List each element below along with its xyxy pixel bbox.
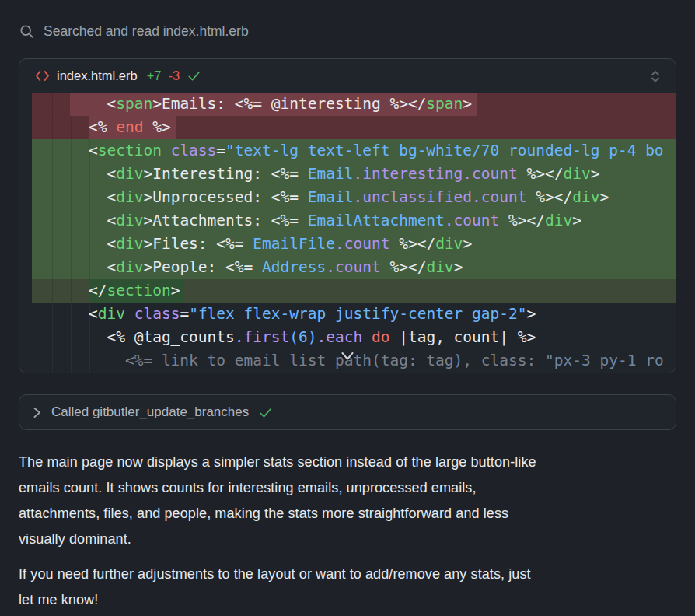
- diff-change-highlight: <% end %>: [89, 116, 176, 139]
- tool-use-label: Searched and read index.html.erb: [44, 23, 249, 40]
- code-line: <div>Attachments: <%= EmailAttachment.co…: [32, 209, 676, 233]
- code-token: tag: tag: [381, 352, 454, 369]
- diff-deletions: -3: [168, 68, 180, 83]
- code-token: >: [171, 282, 180, 299]
- code-token: div: [545, 212, 572, 229]
- code-token: =: [180, 305, 189, 323]
- code-line: <div>Files: <%= EmailFile.count %></div>: [32, 233, 676, 256]
- code-token: <: [52, 188, 116, 206]
- code-token: <%: [89, 118, 116, 136]
- code-line: </section>: [32, 279, 676, 303]
- code-token: <: [52, 142, 98, 159]
- code-token: "px-3 py-1 ro: [545, 352, 664, 369]
- code-token: >Files: <%=: [143, 235, 253, 253]
- code-token: .each: [317, 328, 363, 346]
- tool-call-row[interactable]: Called gitbutler_update_branches: [19, 394, 676, 430]
- code-token: </: [89, 282, 107, 299]
- code-token: do: [372, 328, 389, 346]
- code-token: >Unprocessed: <%=: [143, 188, 307, 206]
- code-token: EmailAttachment: [308, 212, 445, 229]
- code-token: Email: [308, 165, 354, 183]
- code-token: class: [171, 142, 217, 159]
- diff-card-header[interactable]: index.html.erb +7 -3: [19, 59, 676, 93]
- code-token: Address: [262, 258, 326, 276]
- code-token: div: [116, 212, 143, 229]
- code-line: <div>Interesting: <%= Email.interesting.…: [32, 163, 676, 186]
- code-token: class: [134, 305, 180, 323]
- code-token: end: [116, 118, 143, 136]
- chevron-down-icon[interactable]: [341, 352, 354, 361]
- code-token: .count: [445, 212, 499, 229]
- code-token: section: [98, 142, 162, 159]
- code-token: %></: [381, 258, 427, 276]
- code-token: <: [52, 305, 98, 323]
- code-token: %></: [389, 235, 435, 253]
- diff-additions: +7: [147, 68, 162, 83]
- code-token: <: [70, 95, 116, 113]
- code-token: <% @tag_counts: [52, 328, 235, 346]
- code-token: >: [591, 165, 600, 183]
- code-line: <span>Emails: <%= @interesting %></span>: [32, 93, 676, 116]
- code-token: >Emails: <%= @interesting %></: [152, 95, 426, 113]
- code-line: <div class="flex flex-wrap justify-cente…: [32, 303, 676, 326]
- code-token: .count: [335, 235, 389, 253]
- code-token: section: [107, 282, 170, 299]
- code-token: div: [116, 258, 143, 276]
- code-token: >: [599, 188, 609, 206]
- assistant-answer: The main page now displays a simpler sta…: [0, 430, 695, 613]
- code-token: <: [52, 235, 116, 253]
- check-icon: [187, 68, 201, 83]
- code-line: <div>People: <%= Address.count %></div>: [32, 256, 676, 279]
- code-token: [52, 118, 89, 136]
- code-token: (: [372, 352, 381, 369]
- code-token: .unclassified.count: [353, 188, 526, 206]
- code-token: span: [426, 95, 463, 113]
- code-token: >: [527, 305, 536, 323]
- code-file-icon: [35, 69, 50, 82]
- code-token: >: [463, 235, 472, 253]
- search-icon: [19, 23, 35, 40]
- code-token: (6): [289, 328, 316, 346]
- code-token: <: [52, 258, 116, 276]
- code-token: , class:: [463, 352, 545, 369]
- code-token: span: [116, 95, 152, 113]
- code-token: [162, 142, 171, 159]
- code-token: div: [572, 188, 599, 206]
- chevron-up-down-icon[interactable]: [649, 68, 662, 84]
- code-token: <: [52, 165, 116, 183]
- code-line: <div>Unprocessed: <%= Email.unclassified…: [32, 186, 676, 209]
- code-token: %></: [527, 188, 573, 206]
- code-token: >People: <%=: [143, 258, 262, 276]
- code-token: %></: [499, 212, 545, 229]
- code-line: <% @tag_counts.first(6).each do |tag, co…: [32, 326, 676, 349]
- diff-change-highlight: <span>Emails: <%= @interesting %></span>: [70, 93, 477, 116]
- diff-change-highlight: </section>: [89, 279, 183, 303]
- tool-use-header[interactable]: Searched and read index.html.erb: [0, 0, 695, 40]
- code-token: %></: [518, 165, 564, 183]
- code-token: =: [216, 142, 225, 159]
- code-line: <% end %>: [32, 116, 676, 139]
- code-token: ): [454, 352, 463, 369]
- code-lines: <span>Emails: <%= @interesting %></span>…: [32, 93, 676, 373]
- code-token: "text-lg text-left bg-white/70 rounded-l…: [225, 142, 664, 159]
- assistant-paragraph: The main page now displays a simpler sta…: [19, 450, 676, 552]
- assistant-paragraph: If you need further adjustments to the l…: [19, 562, 676, 613]
- code-token: >: [463, 95, 472, 113]
- code-line: <section class="text-lg text-left bg-whi…: [32, 139, 676, 163]
- diff-code-block[interactable]: <span>Emails: <%= @interesting %></span>…: [19, 93, 676, 373]
- check-icon: [258, 405, 273, 420]
- code-token: [52, 95, 70, 113]
- code-token: <: [52, 212, 116, 229]
- code-token: >Attachments: <%=: [143, 212, 307, 229]
- code-token: div: [116, 165, 143, 183]
- code-token: div: [426, 258, 453, 276]
- code-token: Email: [308, 188, 354, 206]
- code-token: %>: [143, 118, 170, 136]
- code-token: <%= link_to email_list_path: [52, 352, 372, 369]
- code-token: div: [435, 235, 463, 253]
- chevron-right-icon: [32, 407, 42, 418]
- code-token: .count: [326, 258, 380, 276]
- code-token: >: [572, 212, 581, 229]
- code-token: [125, 305, 134, 323]
- diff-card: index.html.erb +7 -3 <span>Emails: <%= @…: [19, 58, 676, 373]
